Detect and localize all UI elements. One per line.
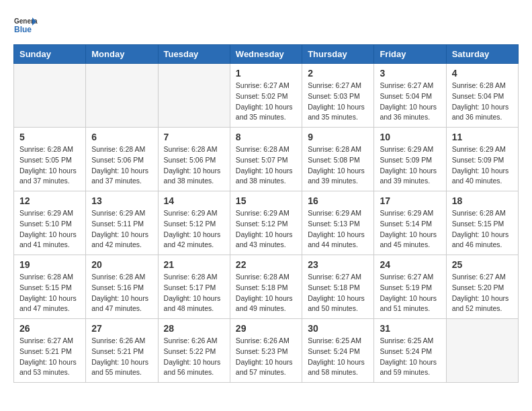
- week-row-4: 19Sunrise: 6:28 AM Sunset: 5:15 PM Dayli…: [14, 255, 519, 319]
- header-day-thursday: Thursday: [302, 45, 374, 64]
- calendar-cell: 21Sunrise: 6:28 AM Sunset: 5:17 PM Dayli…: [158, 255, 230, 319]
- day-number: 21: [164, 259, 224, 270]
- svg-text:Blue: Blue: [14, 25, 32, 34]
- day-number: 13: [91, 195, 152, 206]
- day-number: 1: [236, 68, 296, 79]
- day-info: Sunrise: 6:27 AM Sunset: 5:03 PM Dayligh…: [308, 81, 368, 123]
- day-number: 14: [164, 195, 224, 206]
- day-info: Sunrise: 6:28 AM Sunset: 5:04 PM Dayligh…: [452, 81, 513, 123]
- day-info: Sunrise: 6:29 AM Sunset: 5:10 PM Dayligh…: [19, 208, 80, 250]
- calendar-cell: 30Sunrise: 6:25 AM Sunset: 5:24 PM Dayli…: [302, 319, 374, 383]
- calendar-cell: 26Sunrise: 6:27 AM Sunset: 5:21 PM Dayli…: [14, 319, 86, 383]
- day-info: Sunrise: 6:28 AM Sunset: 5:15 PM Dayligh…: [452, 208, 513, 250]
- logo: General Blue: [13, 13, 38, 38]
- day-info: Sunrise: 6:28 AM Sunset: 5:06 PM Dayligh…: [164, 144, 224, 187]
- day-number: 8: [236, 132, 296, 142]
- day-info: Sunrise: 6:28 AM Sunset: 5:17 PM Dayligh…: [164, 272, 224, 314]
- calendar-cell: 4Sunrise: 6:28 AM Sunset: 5:04 PM Daylig…: [446, 64, 518, 128]
- day-info: Sunrise: 6:29 AM Sunset: 5:11 PM Dayligh…: [91, 208, 152, 250]
- day-info: Sunrise: 6:28 AM Sunset: 5:07 PM Dayligh…: [236, 144, 296, 187]
- week-row-5: 26Sunrise: 6:27 AM Sunset: 5:21 PM Dayli…: [14, 319, 519, 383]
- week-row-3: 12Sunrise: 6:29 AM Sunset: 5:10 PM Dayli…: [14, 191, 519, 255]
- calendar-cell: 22Sunrise: 6:28 AM Sunset: 5:18 PM Dayli…: [230, 255, 302, 319]
- day-info: Sunrise: 6:27 AM Sunset: 5:02 PM Dayligh…: [236, 81, 296, 123]
- calendar-cell: 14Sunrise: 6:29 AM Sunset: 5:12 PM Dayli…: [158, 191, 230, 255]
- header-row: SundayMondayTuesdayWednesdayThursdayFrid…: [14, 45, 519, 64]
- calendar-cell: 9Sunrise: 6:28 AM Sunset: 5:08 PM Daylig…: [302, 128, 374, 191]
- calendar-cell: 25Sunrise: 6:27 AM Sunset: 5:20 PM Dayli…: [446, 255, 518, 319]
- day-info: Sunrise: 6:27 AM Sunset: 5:20 PM Dayligh…: [452, 272, 513, 314]
- day-info: Sunrise: 6:26 AM Sunset: 5:21 PM Dayligh…: [91, 336, 152, 378]
- calendar-cell: [158, 64, 230, 128]
- day-number: 28: [164, 323, 224, 334]
- calendar-cell: 3Sunrise: 6:27 AM Sunset: 5:04 PM Daylig…: [374, 64, 446, 128]
- day-number: 19: [19, 259, 80, 270]
- day-number: 27: [91, 323, 152, 334]
- day-info: Sunrise: 6:27 AM Sunset: 5:19 PM Dayligh…: [380, 272, 440, 314]
- day-number: 6: [91, 132, 152, 142]
- calendar-cell: 5Sunrise: 6:28 AM Sunset: 5:05 PM Daylig…: [14, 128, 86, 191]
- day-number: 17: [380, 195, 440, 206]
- day-number: 4: [452, 68, 513, 79]
- day-number: 5: [19, 132, 80, 142]
- day-info: Sunrise: 6:28 AM Sunset: 5:06 PM Dayligh…: [91, 144, 152, 187]
- calendar-cell: 10Sunrise: 6:29 AM Sunset: 5:09 PM Dayli…: [374, 128, 446, 191]
- calendar-cell: 23Sunrise: 6:27 AM Sunset: 5:18 PM Dayli…: [302, 255, 374, 319]
- day-info: Sunrise: 6:26 AM Sunset: 5:23 PM Dayligh…: [236, 336, 296, 378]
- day-number: 3: [380, 68, 440, 79]
- day-number: 11: [452, 132, 513, 142]
- day-info: Sunrise: 6:29 AM Sunset: 5:09 PM Dayligh…: [452, 144, 513, 187]
- day-info: Sunrise: 6:27 AM Sunset: 5:18 PM Dayligh…: [308, 272, 368, 314]
- day-number: 22: [236, 259, 296, 270]
- calendar-cell: [446, 319, 518, 383]
- calendar-cell: 19Sunrise: 6:28 AM Sunset: 5:15 PM Dayli…: [14, 255, 86, 319]
- calendar-cell: 17Sunrise: 6:29 AM Sunset: 5:14 PM Dayli…: [374, 191, 446, 255]
- day-info: Sunrise: 6:25 AM Sunset: 5:24 PM Dayligh…: [308, 336, 368, 378]
- calendar-cell: 12Sunrise: 6:29 AM Sunset: 5:10 PM Dayli…: [14, 191, 86, 255]
- day-info: Sunrise: 6:29 AM Sunset: 5:14 PM Dayligh…: [380, 208, 440, 250]
- day-number: 31: [380, 323, 440, 334]
- header-day-sunday: Sunday: [14, 45, 86, 64]
- calendar-cell: 15Sunrise: 6:29 AM Sunset: 5:12 PM Dayli…: [230, 191, 302, 255]
- header-day-saturday: Saturday: [446, 45, 518, 64]
- day-number: 26: [19, 323, 80, 334]
- calendar-cell: 8Sunrise: 6:28 AM Sunset: 5:07 PM Daylig…: [230, 128, 302, 191]
- day-number: 18: [452, 195, 513, 206]
- day-info: Sunrise: 6:25 AM Sunset: 5:24 PM Dayligh…: [380, 336, 440, 378]
- calendar-cell: 28Sunrise: 6:26 AM Sunset: 5:22 PM Dayli…: [158, 319, 230, 383]
- calendar-cell: 6Sunrise: 6:28 AM Sunset: 5:06 PM Daylig…: [86, 128, 158, 191]
- day-number: 7: [164, 132, 224, 142]
- calendar-cell: 1Sunrise: 6:27 AM Sunset: 5:02 PM Daylig…: [230, 64, 302, 128]
- day-number: 10: [380, 132, 440, 142]
- day-number: 9: [308, 132, 368, 142]
- calendar-cell: 7Sunrise: 6:28 AM Sunset: 5:06 PM Daylig…: [158, 128, 230, 191]
- calendar-cell: 18Sunrise: 6:28 AM Sunset: 5:15 PM Dayli…: [446, 191, 518, 255]
- calendar-cell: 13Sunrise: 6:29 AM Sunset: 5:11 PM Dayli…: [86, 191, 158, 255]
- day-info: Sunrise: 6:28 AM Sunset: 5:08 PM Dayligh…: [308, 144, 368, 187]
- calendar-cell: 11Sunrise: 6:29 AM Sunset: 5:09 PM Dayli…: [446, 128, 518, 191]
- header-day-friday: Friday: [374, 45, 446, 64]
- day-info: Sunrise: 6:29 AM Sunset: 5:12 PM Dayligh…: [164, 208, 224, 250]
- calendar-cell: [14, 64, 86, 128]
- calendar-cell: 2Sunrise: 6:27 AM Sunset: 5:03 PM Daylig…: [302, 64, 374, 128]
- day-number: 24: [380, 259, 440, 270]
- day-info: Sunrise: 6:28 AM Sunset: 5:05 PM Dayligh…: [19, 144, 80, 187]
- week-row-2: 5Sunrise: 6:28 AM Sunset: 5:05 PM Daylig…: [14, 128, 519, 191]
- day-info: Sunrise: 6:28 AM Sunset: 5:16 PM Dayligh…: [91, 272, 152, 314]
- day-info: Sunrise: 6:27 AM Sunset: 5:21 PM Dayligh…: [19, 336, 80, 378]
- calendar-table: SundayMondayTuesdayWednesdayThursdayFrid…: [13, 44, 519, 383]
- calendar-cell: 16Sunrise: 6:29 AM Sunset: 5:13 PM Dayli…: [302, 191, 374, 255]
- calendar-cell: 31Sunrise: 6:25 AM Sunset: 5:24 PM Dayli…: [374, 319, 446, 383]
- page-header: General Blue: [13, 13, 519, 38]
- week-row-1: 1Sunrise: 6:27 AM Sunset: 5:02 PM Daylig…: [14, 64, 519, 128]
- day-info: Sunrise: 6:28 AM Sunset: 5:18 PM Dayligh…: [236, 272, 296, 314]
- day-info: Sunrise: 6:26 AM Sunset: 5:22 PM Dayligh…: [164, 336, 224, 378]
- day-number: 29: [236, 323, 296, 334]
- day-number: 25: [452, 259, 513, 270]
- header-day-monday: Monday: [86, 45, 158, 64]
- day-number: 30: [308, 323, 368, 334]
- calendar-cell: [86, 64, 158, 128]
- day-number: 23: [308, 259, 368, 270]
- day-number: 16: [308, 195, 368, 206]
- day-info: Sunrise: 6:28 AM Sunset: 5:15 PM Dayligh…: [19, 272, 80, 314]
